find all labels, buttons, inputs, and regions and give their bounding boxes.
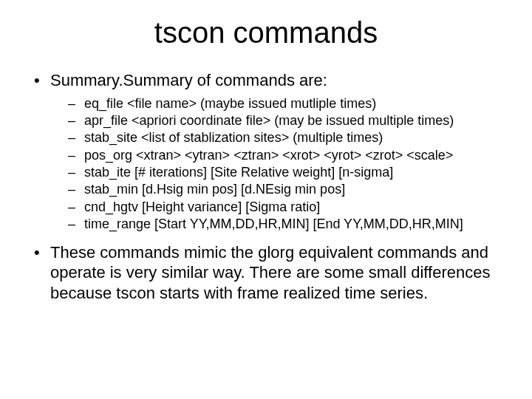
list-item: apr_file <apriori coordinate file> (may … [68, 112, 504, 129]
summary-text: Summary.Summary of commands are: [50, 71, 327, 89]
slide-title: tscon commands [28, 16, 504, 50]
list-item: cnd_hgtv [Height variance] [Sigma ratio] [68, 199, 504, 216]
footer-text: These commands mimic the glorg equivalen… [50, 243, 490, 302]
list-item: pos_org <xtran> <ytran> <ztran> <xrot> <… [68, 147, 504, 164]
list-item: stab_ite [# iterations] [Site Relative w… [68, 164, 504, 181]
footer-bullet: These commands mimic the glorg equivalen… [34, 242, 504, 304]
list-item: stab_min [d.Hsig min pos] [d.NEsig min p… [68, 181, 504, 198]
list-item: eq_file <file name> (maybe issued mutlip… [68, 95, 504, 112]
list-item: stab_site <list of stablization sites> (… [68, 129, 504, 146]
bullet-list: Summary.Summary of commands are: eq_file… [28, 70, 504, 303]
list-item: time_range [Start YY,MM,DD,HR,MIN] [End … [68, 216, 504, 233]
sub-bullet-list: eq_file <file name> (maybe issued mutlip… [50, 95, 504, 233]
summary-bullet: Summary.Summary of commands are: eq_file… [34, 70, 504, 233]
